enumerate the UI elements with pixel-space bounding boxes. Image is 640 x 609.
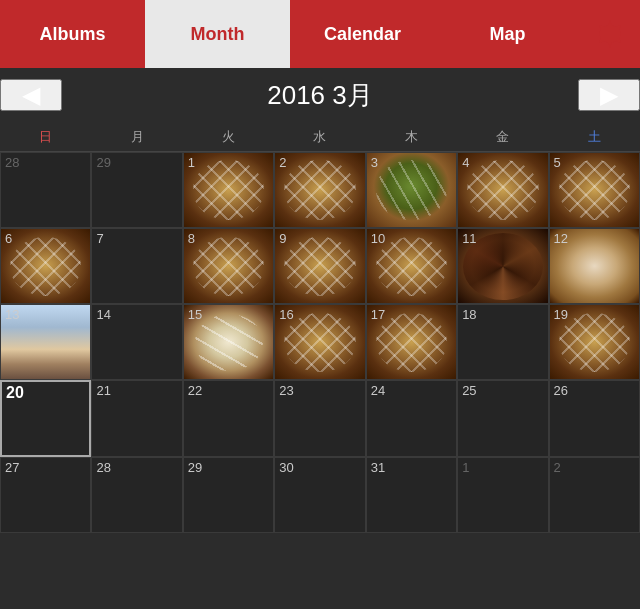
nav-map[interactable]: Map xyxy=(435,0,580,68)
calendar-cell[interactable]: 4 xyxy=(457,152,548,228)
calendar-cell[interactable]: 31 xyxy=(366,457,457,533)
prev-month-button[interactable]: ◀ xyxy=(0,79,62,111)
calendar-cell[interactable]: 28 xyxy=(91,457,182,533)
calendar-cell[interactable]: 18 xyxy=(457,304,548,380)
day-number: 25 xyxy=(462,383,476,398)
day-number: 9 xyxy=(279,231,286,246)
calendar-cell[interactable]: 7 xyxy=(91,228,182,304)
day-number: 23 xyxy=(279,383,293,398)
dow-tue: 火 xyxy=(183,122,274,151)
day-number: 5 xyxy=(554,155,561,170)
calendar-cell[interactable]: 16 xyxy=(274,304,365,380)
calendar-cell[interactable]: 26 xyxy=(549,380,640,456)
day-number: 22 xyxy=(188,383,202,398)
calendar-cell[interactable]: 21 xyxy=(91,380,182,456)
day-number: 31 xyxy=(371,460,385,475)
calendar-cell[interactable]: 13 xyxy=(0,304,91,380)
day-number: 19 xyxy=(554,307,568,322)
day-number: 30 xyxy=(279,460,293,475)
calendar-cell[interactable]: 23 xyxy=(274,380,365,456)
next-month-button[interactable]: ▶ xyxy=(578,79,640,111)
day-number: 28 xyxy=(5,155,19,170)
calendar-cell[interactable]: 22 xyxy=(183,380,274,456)
calendar-cell[interactable]: 30 xyxy=(274,457,365,533)
nav-month-label: Month xyxy=(191,24,245,45)
settings-icon[interactable] xyxy=(580,20,640,48)
calendar-cell[interactable]: 6 xyxy=(0,228,91,304)
day-number: 14 xyxy=(96,307,110,322)
day-number: 11 xyxy=(462,231,476,246)
day-number: 4 xyxy=(462,155,469,170)
calendar-cell[interactable]: 24 xyxy=(366,380,457,456)
day-number: 1 xyxy=(188,155,195,170)
dow-sat: 土 xyxy=(549,122,640,151)
day-number: 1 xyxy=(462,460,469,475)
calendar-cell[interactable]: 20 xyxy=(0,380,91,456)
day-number: 13 xyxy=(5,307,19,322)
dow-mon: 月 xyxy=(91,122,182,151)
calendar-cell[interactable]: 9 xyxy=(274,228,365,304)
day-number: 27 xyxy=(5,460,19,475)
calendar-cell[interactable]: 5 xyxy=(549,152,640,228)
calendar-cell[interactable]: 28 xyxy=(0,152,91,228)
calendar-cell[interactable]: 10 xyxy=(366,228,457,304)
day-number: 7 xyxy=(96,231,103,246)
calendar-cell[interactable]: 8 xyxy=(183,228,274,304)
day-number: 3 xyxy=(371,155,378,170)
month-header: ◀ 2016 3月 ▶ xyxy=(0,68,640,122)
calendar-cell[interactable]: 29 xyxy=(91,152,182,228)
day-number: 16 xyxy=(279,307,293,322)
day-number: 2 xyxy=(279,155,286,170)
month-title: 2016 3月 xyxy=(267,78,373,113)
day-number: 26 xyxy=(554,383,568,398)
day-number: 2 xyxy=(554,460,561,475)
calendar-cell[interactable]: 17 xyxy=(366,304,457,380)
dow-header: 日 月 火 水 木 金 土 xyxy=(0,122,640,152)
day-number: 24 xyxy=(371,383,385,398)
dow-fri: 金 xyxy=(457,122,548,151)
day-number: 12 xyxy=(554,231,568,246)
calendar-cell[interactable]: 19 xyxy=(549,304,640,380)
day-number: 15 xyxy=(188,307,202,322)
dow-wed: 水 xyxy=(274,122,365,151)
calendar-cell[interactable]: 27 xyxy=(0,457,91,533)
calendar-cell[interactable]: 3 xyxy=(366,152,457,228)
nav-albums-label: Albums xyxy=(39,24,105,45)
day-number: 29 xyxy=(188,460,202,475)
calendar-cell[interactable]: 25 xyxy=(457,380,548,456)
nav-map-label: Map xyxy=(490,24,526,45)
nav-month[interactable]: Month xyxy=(145,0,290,68)
day-number: 29 xyxy=(96,155,110,170)
calendar-cell[interactable]: 12 xyxy=(549,228,640,304)
nav-calendar-label: Calendar xyxy=(324,24,401,45)
day-number: 10 xyxy=(371,231,385,246)
nav-calendar[interactable]: Calendar xyxy=(290,0,435,68)
nav-albums[interactable]: Albums xyxy=(0,0,145,68)
calendar-cell[interactable]: 14 xyxy=(91,304,182,380)
day-number: 28 xyxy=(96,460,110,475)
day-number: 21 xyxy=(96,383,110,398)
nav-bar: Albums Month Calendar Map xyxy=(0,0,640,68)
calendar-cell[interactable]: 2 xyxy=(274,152,365,228)
day-number: 8 xyxy=(188,231,195,246)
day-number: 18 xyxy=(462,307,476,322)
day-number: 6 xyxy=(5,231,12,246)
calendar-cell[interactable]: 11 xyxy=(457,228,548,304)
dow-thu: 木 xyxy=(366,122,457,151)
calendar-grid: 2829123456789101112131415161718192021222… xyxy=(0,152,640,609)
calendar-cell[interactable]: 2 xyxy=(549,457,640,533)
dow-sun: 日 xyxy=(0,122,91,151)
day-number: 17 xyxy=(371,307,385,322)
calendar-cell[interactable]: 29 xyxy=(183,457,274,533)
calendar-cell[interactable]: 15 xyxy=(183,304,274,380)
day-number: 20 xyxy=(6,384,24,402)
calendar-cell[interactable]: 1 xyxy=(457,457,548,533)
calendar-cell[interactable]: 1 xyxy=(183,152,274,228)
